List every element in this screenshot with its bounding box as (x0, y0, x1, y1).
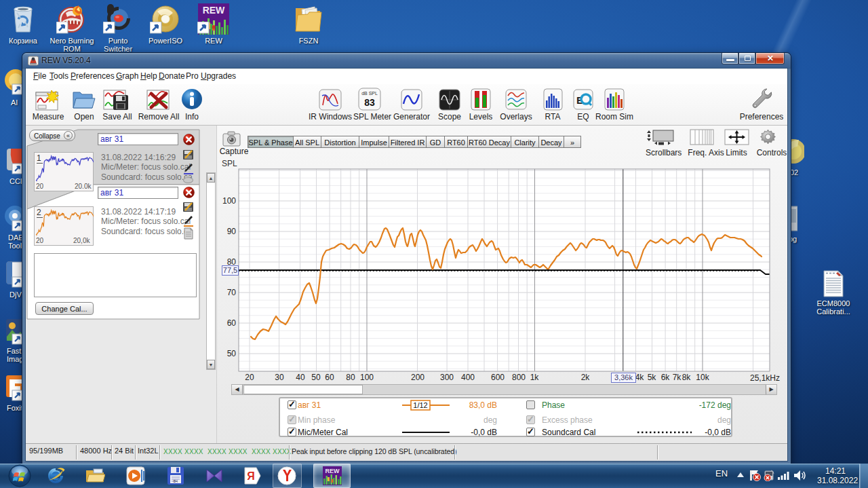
svg-text:Я: Я (247, 470, 255, 482)
svg-text:1/12: 1/12 (413, 401, 427, 409)
svg-text:REW: REW (326, 468, 340, 474)
svg-text:БЧ: БЧ (174, 479, 178, 483)
